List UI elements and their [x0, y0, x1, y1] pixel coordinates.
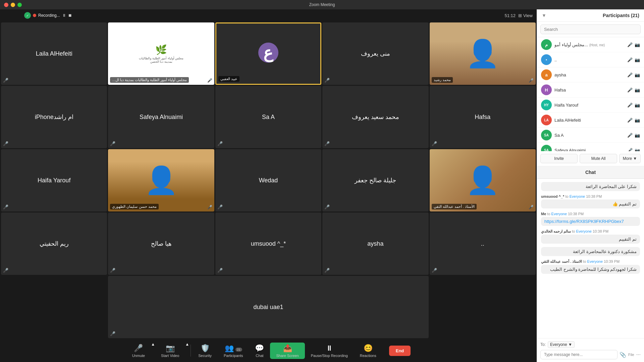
panel-collapse-icon[interactable]: ▼: [542, 13, 546, 18]
participant-avatar-laila: LA: [541, 115, 552, 125]
logo-icon: 🌿: [139, 44, 183, 55]
cell-name-zahouri: محمد حسن سليمان الظهوري: [110, 204, 158, 209]
video-arrow[interactable]: ▲: [185, 342, 189, 347]
close-dot[interactable]: [4, 3, 8, 7]
mute-icon-hafsa: 🎤: [432, 141, 437, 146]
security-icon: 🛡️: [201, 344, 210, 353]
window-title: Zoom Meeting: [309, 2, 335, 7]
emoji-button[interactable]: ···: [636, 352, 641, 358]
video-cell-jaleela: جليلة صالح جعفر 🎤: [322, 149, 428, 212]
video-cell-haifa: Haifa Yarouf 🎤: [1, 149, 107, 212]
cell-name-jaleela: جليلة صالح جعفر: [352, 174, 399, 187]
cell-name-abeid: عبيد العفبي: [218, 76, 239, 82]
file-attach-button[interactable]: 📎: [620, 352, 626, 358]
participant-icons-dotdot: 🎤 📷: [627, 57, 640, 62]
chat-to-row: To: Everyone ▼: [540, 341, 641, 348]
cell-name-msyarouf: محمد سعيد يعروف: [349, 111, 402, 123]
recording-label: Recording...: [38, 13, 60, 18]
unmute-arrow[interactable]: ▲: [151, 342, 155, 347]
mic-icon-hafsa: 🎤: [627, 87, 633, 93]
chat-time-4: 10:38 PM: [593, 229, 608, 233]
video-topbar: ✓ Recording... ⏸ ⏹ 51:12 ⊞ View: [0, 9, 537, 21]
chat-to-everyone-6: Everyone: [587, 259, 603, 263]
chat-to-dropdown[interactable]: Everyone ▼: [548, 341, 575, 348]
participant-item-aysha: a aysha 🎤 📷: [537, 67, 644, 82]
mic-icon-safeya: 🎤: [627, 148, 633, 152]
participant-name-host: مجلس أولياء أمو... (Host, me): [554, 42, 625, 47]
person-silhouette-3: 👤: [466, 165, 499, 196]
participants-title: Participants (21): [603, 13, 639, 18]
share-screen-icon: 📤: [283, 344, 292, 353]
pause-icon[interactable]: ⏸: [62, 13, 66, 18]
cell-name-reem: ريم الحفيتي: [37, 237, 71, 250]
minimize-dot[interactable]: [11, 3, 15, 7]
security-label: Security: [198, 354, 212, 358]
view-button[interactable]: ⊞ View: [518, 13, 533, 18]
participant-icons-laila: 🎤 📷: [627, 118, 640, 123]
shield-icon: ✓: [24, 12, 31, 19]
chat-sender-3: Me: [541, 212, 546, 216]
video-cell-safeya: Safeya Alnuaimi 🎤: [108, 86, 214, 148]
participants-count: 21: [235, 348, 242, 352]
mute-all-button[interactable]: Mute All: [580, 154, 617, 163]
altaghi-photo: 👤: [430, 149, 536, 212]
person-silhouette: 👤: [466, 38, 499, 69]
chat-bubble-6: شكرا لجهودكم وشكرا للمحاضرة والشرح الطيب: [541, 265, 640, 274]
chat-message-input[interactable]: [540, 350, 618, 359]
video-cell-logo: 🌿 مجلس أولياء أمور الطلبة والطالباتبمدين…: [108, 22, 214, 85]
chat-to-label-3: to: [547, 212, 551, 216]
chat-bubble-3[interactable]: https://forms.gle/RX8SPK9FKRHPGbex7: [541, 217, 640, 226]
chat-button[interactable]: 💬 Chat: [249, 343, 270, 359]
share-screen-button[interactable]: 📤 Share Screen: [270, 343, 305, 359]
abeid-avatar: ع: [258, 43, 278, 63]
rashid-photo: 👤: [430, 22, 536, 85]
more-button[interactable]: More ▼: [619, 154, 641, 163]
video-icon-safeya: 📷: [635, 148, 640, 152]
meeting-timer: 51:12: [505, 13, 516, 18]
chat-label: Chat: [256, 354, 263, 358]
chat-to-label-2: to: [565, 194, 569, 198]
mute-icon-dubai: 🎤: [110, 331, 115, 336]
pause-recording-button[interactable]: ⏸ Pause/Stop Recording: [305, 343, 354, 359]
video-cell-dotdot: .. 🎤: [430, 213, 536, 275]
chat-time-6: 10:39 PM: [604, 259, 620, 263]
chat-sender-6: الاستاذ . أحمد عبدالله التقي: [541, 259, 582, 263]
search-input[interactable]: [540, 24, 641, 34]
stop-icon[interactable]: ⏹: [68, 13, 72, 18]
chat-msg-1: شكرا على المحاضرة الرائعة: [541, 182, 640, 191]
main-content: ✓ Recording... ⏸ ⏹ 51:12 ⊞ View Laila Al…: [0, 9, 644, 362]
video-icon-host: 📷: [635, 42, 640, 47]
participant-item-safeya: SA Safeya Alnuaimi 🎤 📷: [537, 143, 644, 151]
participant-item-hafsa: H Hafsa 🎤 📷: [537, 82, 644, 98]
invite-button[interactable]: Invite: [540, 154, 578, 163]
security-button[interactable]: 🛡️ Security: [192, 343, 218, 359]
more-label: More: [623, 156, 632, 161]
video-icon-aysha: 📷: [635, 72, 640, 77]
mute-icon-jaleela: 🎤: [324, 204, 330, 209]
reactions-button[interactable]: 😊 Reactions: [354, 343, 382, 359]
chat-time-2: 10:38 PM: [586, 194, 602, 198]
camera-icon: 📷: [166, 344, 175, 353]
chat-msg-3: Me to Everyone 10:38 PM https://forms.gl…: [541, 212, 640, 226]
end-button[interactable]: End: [389, 346, 411, 356]
chat-meta-3: Me to Everyone 10:38 PM: [541, 212, 640, 216]
chat-to-everyone-4: Everyone: [576, 229, 591, 233]
maximize-dot[interactable]: [17, 3, 22, 7]
participants-list: م مجلس أولياء أمو... (Host, me) 🎤 📷 · ..…: [537, 37, 644, 151]
grid-icon: ⊞: [518, 13, 522, 18]
mute-icon-haya: 🎤: [110, 268, 115, 273]
video-cell-aysha: aysha 🎤: [322, 213, 428, 275]
chat-bubble-4: تم التقييم: [541, 235, 640, 244]
microphone-icon: 🎤: [134, 344, 143, 353]
video-cell-dubai: dubai uae1🎤: [108, 276, 428, 338]
participants-button[interactable]: 👥 21 Participants: [218, 343, 249, 359]
titlebar: Zoom Meeting: [0, 0, 644, 9]
start-video-button[interactable]: 📷 Start Video: [155, 343, 185, 359]
video-cell-hafsa: Hafsa 🎤: [430, 86, 536, 148]
mic-icon-haifa: 🎤: [627, 103, 633, 108]
cell-name-umrashid: ام راشدiPhone: [32, 111, 76, 123]
participant-icons-hafsa: 🎤 📷: [627, 87, 640, 93]
mute-icon-rashid: 🎤: [529, 78, 534, 83]
unmute-button[interactable]: 🎤 Unmute: [126, 343, 151, 359]
mute-icon-haifa: 🎤: [3, 204, 8, 209]
